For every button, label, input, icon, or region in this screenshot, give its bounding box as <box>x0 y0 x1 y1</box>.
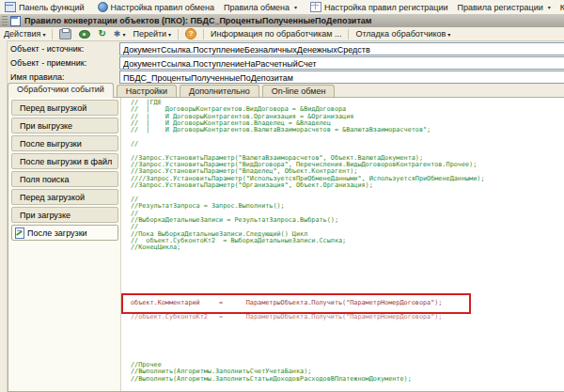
special-actions-button[interactable]: ✱ ▾ <box>110 28 130 39</box>
menu-exchange-rules[interactable]: Правила обмена ▾ <box>219 1 302 13</box>
menu-label: Конфигурации <box>560 3 564 12</box>
menu-registration-rules-settings[interactable]: Настройка правил регистрации <box>306 1 452 13</box>
code-line[interactable]: // <box>131 141 564 148</box>
toolbar-separator <box>348 29 349 39</box>
actions-label: Действия <box>4 29 40 39</box>
code-line[interactable] <box>131 252 564 259</box>
goto-button[interactable]: Перейти ▾ <box>129 28 175 39</box>
handlers-debug-label: Отладка обработчиков <box>355 29 446 39</box>
eye-icon <box>79 30 90 39</box>
main-menubar: Панель функций Настройка правил обмена П… <box>0 0 564 15</box>
handlers-sidebar: Перед выгрузкой При выгрузке После выгру… <box>9 100 120 243</box>
source-object-field[interactable] <box>119 42 564 55</box>
print-button[interactable] <box>55 28 75 39</box>
handlers-debug-button[interactable]: Отладка обработчиков ▾ <box>352 28 454 39</box>
help-button[interactable]: ? <box>181 28 200 39</box>
code-line[interactable] <box>131 321 564 327</box>
menu-label: Правила регистрации <box>458 3 543 12</box>
sidebar-item-label: При загрузке <box>20 211 70 220</box>
tab-event-handlers[interactable]: Обработчики событий <box>8 83 114 98</box>
code-line[interactable] <box>131 341 564 348</box>
sidebar-item-label: После загрузки <box>27 228 87 238</box>
toolbar-separator <box>203 29 204 39</box>
sidebar-item-search-fields[interactable]: Поля поиска <box>11 171 118 187</box>
code-line[interactable] <box>131 335 564 341</box>
window-title: Правило конвертации объектов (ПКО): ПБДС… <box>24 16 371 25</box>
handlers-info-label: Информация по обработчикам ... <box>211 29 341 39</box>
goto-label: Перейти <box>133 29 166 39</box>
code-editor[interactable]: // |ГДЕ// | ДоговорыКонтрагентов.ВидДого… <box>120 98 564 391</box>
code-line[interactable] <box>131 279 564 286</box>
highlight-annotation-box: объект.Комментарий = ПараметрыОбъекта.По… <box>121 293 471 314</box>
menu-configurations[interactable]: Конфигурации ▾ <box>556 1 564 13</box>
tab-online-exchange[interactable]: On-line обмен <box>262 85 336 98</box>
code-line[interactable] <box>131 327 564 334</box>
printer-icon <box>59 29 71 39</box>
code-line[interactable]: //РезультатЗапроса = Запрос.Выполнить(); <box>131 203 564 210</box>
code-line[interactable] <box>131 189 564 196</box>
actions-toolbar: Действия ▾ ↻ ✱ ▾ Перейти ▾ ? Информация … <box>0 27 564 41</box>
window-titlebar[interactable]: Правило конвертации объектов (ПКО): ПБДС… <box>0 14 564 28</box>
code-line[interactable]: //КонецЦикла; <box>131 244 564 251</box>
code-line-highlighted[interactable]: объект.Комментарий = ПараметрыОбъекта.По… <box>131 300 442 306</box>
conversion-rule-icon <box>10 16 21 26</box>
code-line[interactable]: //объект.СубконтоКт2 = ПараметрыОбъекта.… <box>131 314 564 321</box>
rule-name-field[interactable] <box>119 71 564 84</box>
menu-exchange-rules-settings[interactable]: Настройка правил обмена <box>93 1 219 13</box>
source-object-label: Объект - источник: <box>10 44 84 54</box>
code-line[interactable]: //ВыборкаДетальныеЗаписи = РезультатЗапр… <box>131 217 564 224</box>
code-line[interactable] <box>131 259 564 265</box>
tab-strip: Обработчики событий Настройки Дополнител… <box>8 83 337 97</box>
refresh-button[interactable]: ↻ <box>94 28 109 39</box>
sidebar-item-after-import[interactable]: После загрузки <box>11 225 118 241</box>
code-line[interactable]: // объект.СубконтоКт2 = ВыборкаДетальные… <box>131 238 564 244</box>
sidebar-item-before-export[interactable]: Перед выгрузкой <box>11 100 118 116</box>
code-line[interactable] <box>131 134 564 141</box>
sidebar-item-label: После выгрузки в файл <box>20 157 112 166</box>
code-line[interactable]: // | И ДоговорыКонтрагентов.ВалютаВзаимо… <box>131 127 564 133</box>
code-line[interactable] <box>131 286 564 292</box>
asterisk-icon: ✱ <box>114 30 121 39</box>
menu-registration-rules[interactable]: Правила регистрации ▾ <box>453 1 556 13</box>
menu-label: Панель функций <box>19 3 85 12</box>
sidebar-item-label: Перед загрузкой <box>20 193 85 202</box>
exchange-settings-icon <box>98 2 108 12</box>
refresh-icon: ↻ <box>98 29 105 39</box>
sidebar-item-on-export[interactable]: При выгрузке <box>11 118 118 133</box>
left-gutter <box>0 40 8 392</box>
chevron-down-icon: ▾ <box>548 4 551 10</box>
function-panel-icon <box>5 2 16 12</box>
chevron-down-icon: ▾ <box>122 31 125 38</box>
code-line[interactable] <box>131 348 564 354</box>
code-line[interactable]: //Выполнить(Алгоритмы.ЗаполнитьСтатьиДох… <box>131 376 564 383</box>
handler-document-icon <box>15 227 24 239</box>
code-line[interactable] <box>131 265 564 272</box>
handlers-info-button[interactable]: Информация по обработчикам ... <box>207 28 345 39</box>
code-line[interactable] <box>131 355 564 362</box>
sidebar-item-on-import[interactable]: При загрузке <box>11 207 118 223</box>
actions-menu-button[interactable]: Действия ▾ <box>0 28 49 39</box>
tab-additional[interactable]: Дополнительно <box>180 85 259 98</box>
menu-label: Правила обмена <box>224 3 290 12</box>
sidebar-item-before-import[interactable]: Перед загрузкой <box>11 189 118 205</box>
code-line[interactable] <box>131 273 564 279</box>
handlers-panel: Перед выгрузкой При выгрузке После выгру… <box>8 97 564 392</box>
menu-label: Настройка правил обмена <box>111 3 214 12</box>
chevron-down-icon: ▾ <box>168 31 171 38</box>
tab-settings[interactable]: Настройки <box>117 85 177 98</box>
code-line[interactable]: //Запрос.УстановитьПараметр("Организация… <box>131 182 564 189</box>
target-object-field[interactable] <box>119 56 564 70</box>
toolbar-separator <box>52 29 53 39</box>
app-window: Панель функций Настройка правил обмена П… <box>0 0 564 392</box>
target-object-label: Объект - приемник: <box>10 58 86 68</box>
sidebar-item-label: Перед выгрузкой <box>20 103 86 113</box>
chevron-down-icon: ▾ <box>447 31 450 38</box>
sidebar-item-after-export[interactable]: После выгрузки <box>11 135 118 151</box>
menu-function-panel[interactable]: Панель функций <box>0 1 89 13</box>
preview-button[interactable] <box>75 28 94 39</box>
registration-settings-icon <box>310 2 321 12</box>
rule-name-label: Имя правила: <box>10 72 64 82</box>
sidebar-item-label: При выгрузке <box>20 121 72 131</box>
sidebar-item-after-export-to-file[interactable]: После выгрузки в файл <box>11 153 118 169</box>
help-icon: ? <box>185 28 196 39</box>
